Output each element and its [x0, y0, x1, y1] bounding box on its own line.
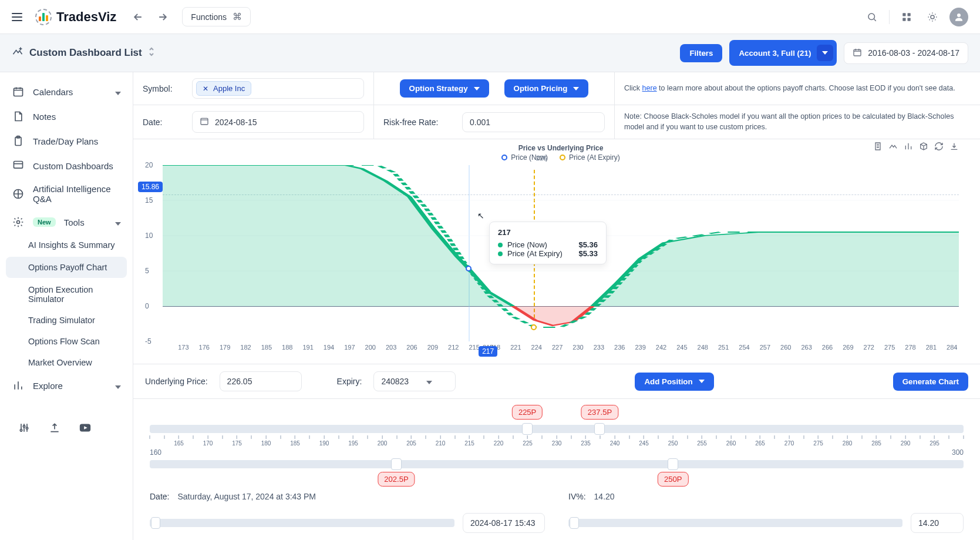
ruler-tick — [949, 435, 949, 440]
x-tick: 254 — [739, 344, 749, 351]
logo[interactable]: TradesViz — [35, 9, 116, 25]
sidebar-item-dashboards[interactable]: Custom Dashboards — [0, 153, 133, 178]
iv-slider[interactable] — [568, 519, 902, 527]
date-range-picker[interactable]: 2016-08-03 - 2024-08-17 — [844, 42, 968, 64]
sidebar-item-flow-scan[interactable]: Options Flow Scan — [0, 331, 133, 352]
filters-button[interactable]: Filters — [680, 44, 722, 62]
line-chart-icon[interactable] — [888, 142, 898, 153]
strike-chip-250p[interactable]: 250P — [658, 472, 688, 487]
ruler-tick — [600, 435, 601, 440]
iv-display-text: 14.20 — [594, 492, 615, 501]
ruler-tick — [716, 435, 717, 440]
sidebar-item-options-payoff[interactable]: Options Payoff Chart — [6, 257, 127, 278]
sidebar-item-calendars[interactable]: Calendars — [0, 79, 133, 104]
x-tick: 245 — [676, 344, 687, 351]
slider-thumb[interactable] — [594, 423, 605, 435]
slider-track-1[interactable] — [150, 425, 964, 433]
ruler-tick — [774, 435, 775, 440]
ruler-tick: 270 — [784, 435, 794, 447]
sliders-icon[interactable] — [18, 421, 31, 434]
ruler-tick: 290 — [901, 435, 911, 447]
back-arrow-icon[interactable] — [130, 9, 146, 25]
user-avatar-icon[interactable] — [949, 8, 968, 26]
x-tick: 269 — [843, 344, 853, 351]
ruler-tick — [193, 435, 194, 440]
dashboard-config-icon — [12, 46, 23, 61]
chevron-down-icon — [817, 45, 833, 61]
strike-chip-225p[interactable]: 225P — [512, 405, 543, 420]
y-marker-badge: 15.86 — [138, 182, 163, 192]
underlying-price-input[interactable]: 226.05 — [220, 371, 302, 391]
sidebar-item-tools[interactable]: New Tools — [0, 210, 133, 234]
sidebar-item-explore[interactable]: Explore — [0, 373, 133, 398]
slider-thumb[interactable] — [570, 517, 579, 529]
here-link[interactable]: here — [642, 84, 657, 92]
slider-thumb[interactable] — [522, 423, 533, 435]
sidebar-item-option-exec[interactable]: Option Execution Simulator — [0, 279, 133, 310]
ruler-tick — [891, 435, 891, 440]
ruler-tick: 190 — [319, 435, 329, 447]
slider-thumb[interactable] — [151, 517, 160, 529]
date-bottom-input[interactable]: 2024-08-17 15:43 — [463, 513, 545, 533]
sidebar-item-label: Tools — [64, 217, 85, 227]
chart-toolbar — [873, 142, 959, 153]
bar-chart-icon[interactable] — [904, 142, 913, 153]
account-selector-button[interactable]: Account 3, Full (21) — [729, 40, 837, 66]
ruler-tick: 280 — [843, 435, 853, 447]
ruler-tick: 180 — [261, 435, 271, 447]
ruler-tick: 200 — [378, 435, 388, 447]
download-icon[interactable] — [949, 142, 959, 153]
data-view-icon[interactable] — [873, 142, 883, 153]
rate-input[interactable]: 0.001 — [462, 112, 605, 132]
x-tick: 179 — [220, 344, 230, 351]
x-tick: 239 — [635, 344, 645, 351]
svg-rect-7 — [854, 49, 861, 56]
functions-button[interactable]: Functions ⌘ — [182, 7, 251, 26]
sidebar-item-trading-sim[interactable]: Trading Simulator — [0, 310, 133, 331]
option-strategy-button[interactable]: Option Strategy — [400, 79, 489, 98]
expiry-select[interactable]: 240823 — [373, 371, 456, 391]
ruler-tick — [251, 435, 252, 440]
title-selector-icon[interactable] — [148, 47, 155, 59]
ruler-tick — [513, 435, 513, 440]
sidebar-item-ai-insights[interactable]: AI Insights & Summary — [0, 234, 133, 256]
symbol-chip[interactable]: ✕ Apple Inc — [196, 81, 251, 96]
svg-point-13 — [17, 221, 20, 224]
hamburger-menu-icon[interactable] — [12, 9, 28, 25]
svg-point-6 — [957, 14, 961, 17]
option-pricing-button[interactable]: Option Pricing — [504, 79, 589, 98]
upload-icon[interactable] — [48, 421, 61, 434]
ruler-tick: 195 — [348, 435, 358, 447]
sidebar-item-notes[interactable]: Notes — [0, 104, 133, 129]
rate-value: 0.001 — [470, 118, 490, 127]
box-icon[interactable] — [919, 142, 928, 153]
sidebar-item-plans[interactable]: Trade/Day Plans — [0, 129, 133, 153]
date-slider[interactable] — [150, 519, 454, 527]
youtube-icon[interactable] — [79, 421, 92, 434]
theme-toggle-icon[interactable] — [924, 8, 941, 26]
strike-chip-237p[interactable]: 237.5P — [581, 405, 618, 420]
x-tick: 230 — [572, 344, 583, 351]
apps-grid-icon[interactable] — [898, 8, 915, 26]
x-tick: 257 — [760, 344, 770, 351]
refresh-icon[interactable] — [934, 142, 944, 153]
slider-track-2[interactable] — [150, 460, 964, 468]
chart-title: Price vs Underlying Price — [163, 144, 959, 152]
date-input[interactable]: 2024-08-15 — [192, 111, 364, 133]
symbol-input[interactable]: ✕ Apple Inc — [192, 78, 364, 99]
sidebar-item-ai[interactable]: Artificial Intelligence Q&A — [0, 178, 133, 210]
add-position-button[interactable]: Add Position — [635, 373, 713, 391]
strike-chip-202p[interactable]: 202.5P — [378, 472, 415, 487]
sidebar-item-market-overview[interactable]: Market Overview — [0, 352, 133, 373]
plot-area[interactable]: 20 15 10 5 0 -5 — [163, 165, 959, 341]
x-tick: 188 — [282, 344, 292, 351]
new-badge: New — [33, 217, 56, 227]
ruler-tick: 185 — [290, 435, 300, 447]
forward-arrow-icon[interactable] — [155, 9, 170, 25]
iv-input[interactable]: 14.20 — [911, 513, 964, 533]
search-icon[interactable] — [863, 8, 881, 26]
sidebar-item-label: Options Flow Scan — [28, 337, 100, 346]
remove-chip-icon[interactable]: ✕ — [203, 85, 208, 93]
ruler-tick: 245 — [639, 435, 649, 447]
generate-chart-button[interactable]: Generate Chart — [893, 373, 968, 391]
